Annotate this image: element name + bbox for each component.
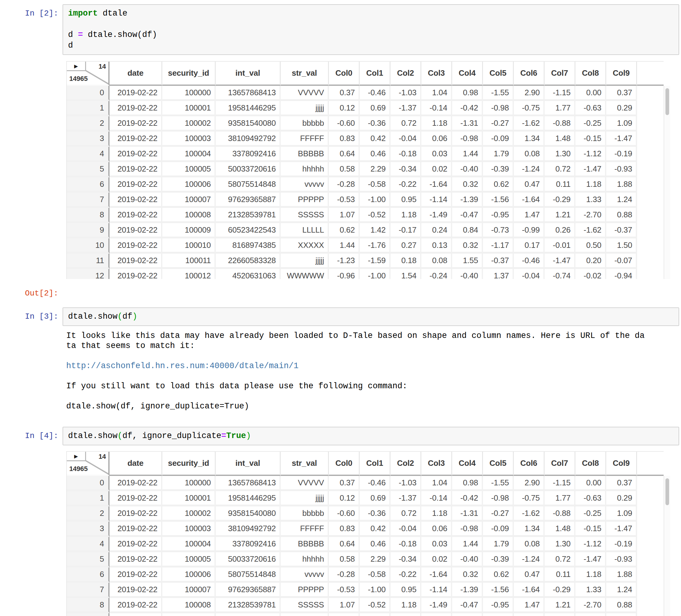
table-cell[interactable]: 0.50 bbox=[575, 239, 606, 254]
column-header[interactable]: Col6 bbox=[514, 61, 545, 86]
table-cell[interactable]: -0.34 bbox=[390, 552, 421, 567]
table-cell[interactable]: 22660583328 bbox=[216, 254, 281, 269]
table-cell[interactable]: vvvvv bbox=[281, 177, 329, 193]
table-cell[interactable]: -1.12 bbox=[575, 537, 606, 552]
table-cell[interactable]: 0.62 bbox=[483, 567, 514, 583]
table-cell[interactable]: -1.17 bbox=[483, 239, 514, 254]
scrollbar-thumb[interactable] bbox=[665, 478, 669, 505]
table-cell[interactable]: -0.27 bbox=[483, 116, 514, 131]
table-cell[interactable]: 2019-02-22 bbox=[109, 552, 162, 567]
column-header[interactable]: Col5 bbox=[483, 452, 514, 476]
table-cell[interactable]: 1.37 bbox=[483, 269, 514, 279]
vertical-scrollbar[interactable] bbox=[664, 86, 670, 279]
table-cell[interactable]: 0.84 bbox=[452, 223, 483, 239]
table-cell[interactable]: 0.95 bbox=[390, 193, 421, 208]
column-header[interactable]: Col3 bbox=[421, 61, 452, 86]
table-cell[interactable]: -0.74 bbox=[545, 269, 575, 279]
table-cell[interactable]: BBBBB bbox=[281, 147, 329, 162]
table-cell[interactable]: -1.62 bbox=[514, 507, 545, 522]
table-cell[interactable]: 0.83 bbox=[329, 131, 360, 147]
table-cell[interactable]: -1.76 bbox=[360, 239, 390, 254]
table-cell[interactable]: -0.63 bbox=[575, 101, 606, 116]
table-cell[interactable]: 1.21 bbox=[545, 208, 575, 223]
table-cell[interactable]: -1.62 bbox=[575, 613, 606, 616]
table-cell[interactable]: 0.02 bbox=[421, 162, 452, 177]
table-cell[interactable]: 1.34 bbox=[514, 131, 545, 147]
table-cell[interactable]: -0.42 bbox=[452, 101, 483, 116]
table-cell[interactable]: 0.62 bbox=[483, 177, 514, 193]
table-cell[interactable]: -0.34 bbox=[390, 162, 421, 177]
table-cell[interactable]: 2019-02-22 bbox=[109, 567, 162, 583]
code-editor[interactable]: import dtale d = dtale.show(df)d bbox=[62, 4, 679, 55]
table-cell[interactable]: 0.42 bbox=[360, 131, 390, 147]
table-cell[interactable]: -1.14 bbox=[421, 193, 452, 208]
table-cell[interactable]: hhhhh bbox=[281, 162, 329, 177]
table-cell[interactable]: VVVVV bbox=[281, 476, 329, 491]
table-cell[interactable]: 0.08 bbox=[514, 537, 545, 552]
table-cell[interactable]: 1.47 bbox=[514, 208, 545, 223]
table-cell[interactable]: FFFFF bbox=[281, 522, 329, 537]
table-cell[interactable]: 0.69 bbox=[360, 101, 390, 116]
table-cell[interactable]: 2019-02-22 bbox=[109, 269, 162, 279]
table-cell[interactable]: -0.24 bbox=[421, 269, 452, 279]
table-cell[interactable]: 0.02 bbox=[421, 552, 452, 567]
table-cell[interactable]: 0.88 bbox=[606, 208, 637, 223]
table-cell[interactable]: 100005 bbox=[162, 552, 216, 567]
table-cell[interactable]: 21328539781 bbox=[216, 598, 281, 613]
vertical-scrollbar[interactable] bbox=[664, 476, 670, 616]
column-header[interactable]: str_val bbox=[281, 61, 329, 86]
table-cell[interactable]: -0.95 bbox=[483, 598, 514, 613]
table-cell[interactable]: 0.37 bbox=[606, 86, 637, 101]
table-cell[interactable]: 0.46 bbox=[360, 537, 390, 552]
column-header[interactable]: Col1 bbox=[360, 61, 390, 86]
table-cell[interactable]: 0.00 bbox=[575, 476, 606, 491]
table-cell[interactable]: -0.15 bbox=[575, 131, 606, 147]
table-cell[interactable]: -1.24 bbox=[514, 162, 545, 177]
table-cell[interactable]: 97629365887 bbox=[216, 193, 281, 208]
table-cell[interactable]: 1.07 bbox=[329, 598, 360, 613]
table-cell[interactable]: -1.39 bbox=[452, 193, 483, 208]
table-cell[interactable]: 2019-02-22 bbox=[109, 239, 162, 254]
table-cell[interactable]: 0.72 bbox=[390, 116, 421, 131]
table-cell[interactable]: -0.09 bbox=[483, 522, 514, 537]
table-cell[interactable]: -0.58 bbox=[360, 177, 390, 193]
table-cell[interactable]: 2.29 bbox=[360, 552, 390, 567]
table-cell[interactable]: 1.34 bbox=[514, 522, 545, 537]
table-cell[interactable]: 0.32 bbox=[452, 567, 483, 583]
table-cell[interactable]: -0.94 bbox=[606, 269, 637, 279]
table-cell[interactable]: -0.40 bbox=[452, 552, 483, 567]
table-cell[interactable]: -0.63 bbox=[575, 491, 606, 507]
column-header[interactable]: Col3 bbox=[421, 452, 452, 476]
table-cell[interactable]: -0.99 bbox=[514, 223, 545, 239]
table-cell[interactable]: -1.12 bbox=[575, 147, 606, 162]
table-cell[interactable]: -0.98 bbox=[483, 491, 514, 507]
table-cell[interactable]: -1.49 bbox=[421, 208, 452, 223]
table-cell[interactable]: LLLLL bbox=[281, 613, 329, 616]
table-cell[interactable]: -0.17 bbox=[390, 613, 421, 616]
table-cell[interactable]: 0.27 bbox=[390, 239, 421, 254]
table-cell[interactable]: -1.24 bbox=[514, 552, 545, 567]
table-cell[interactable]: 100009 bbox=[162, 613, 216, 616]
table-cell[interactable]: -0.99 bbox=[514, 613, 545, 616]
table-cell[interactable]: 1.18 bbox=[575, 177, 606, 193]
column-header[interactable]: Col9 bbox=[606, 452, 637, 476]
table-cell[interactable]: 0.11 bbox=[545, 567, 575, 583]
expand-grid-button[interactable]: ▶ bbox=[67, 61, 86, 71]
table-cell[interactable]: 2019-02-22 bbox=[109, 223, 162, 239]
table-cell[interactable]: 2019-02-22 bbox=[109, 254, 162, 269]
column-header[interactable]: date bbox=[109, 61, 162, 86]
table-cell[interactable]: 0.20 bbox=[575, 254, 606, 269]
table-cell[interactable]: 1.18 bbox=[390, 208, 421, 223]
table-cell[interactable]: 2019-02-22 bbox=[109, 147, 162, 162]
table-cell[interactable]: -1.56 bbox=[483, 583, 514, 598]
table-cell[interactable]: jjjjj bbox=[281, 101, 329, 116]
table-cell[interactable]: -0.14 bbox=[421, 101, 452, 116]
table-cell[interactable]: 13657868413 bbox=[216, 476, 281, 491]
table-cell[interactable]: 1.33 bbox=[575, 193, 606, 208]
table-cell[interactable]: -0.46 bbox=[360, 476, 390, 491]
table-cell[interactable]: 2019-02-22 bbox=[109, 491, 162, 507]
table-cell[interactable]: 100006 bbox=[162, 177, 216, 193]
table-cell[interactable]: -1.64 bbox=[514, 193, 545, 208]
table-cell[interactable]: bbbbb bbox=[281, 507, 329, 522]
table-cell[interactable]: -0.29 bbox=[545, 193, 575, 208]
